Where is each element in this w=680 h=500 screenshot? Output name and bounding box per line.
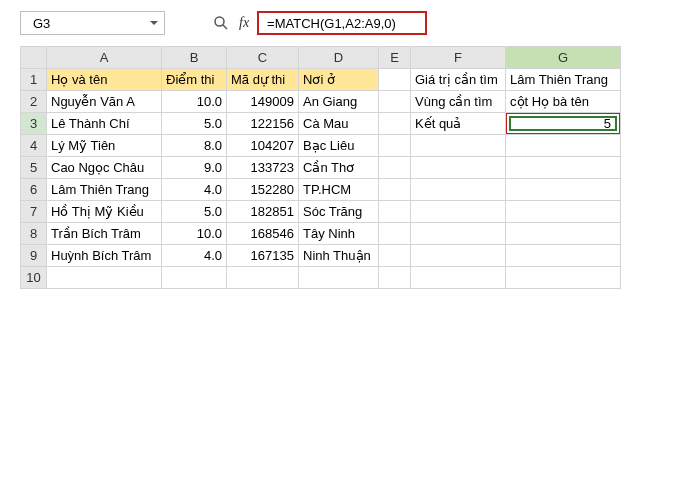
cell-C2[interactable]: 149009 bbox=[227, 91, 299, 113]
cell-D6[interactable]: TP.HCM bbox=[299, 179, 379, 201]
formula-bar-icons: fx bbox=[213, 15, 249, 31]
cell-G2[interactable]: cột Họ bà tên bbox=[506, 91, 621, 113]
cell-E9[interactable] bbox=[379, 245, 411, 267]
row-header-1[interactable]: 1 bbox=[21, 69, 47, 91]
cell-B4[interactable]: 8.0 bbox=[162, 135, 227, 157]
cell-D5[interactable]: Cần Thơ bbox=[299, 157, 379, 179]
app-frame: G3 fx =MATCH(G1,A2:A9,0) A B C D E F G 1… bbox=[0, 0, 680, 299]
row-header-8[interactable]: 8 bbox=[21, 223, 47, 245]
cell-F10[interactable] bbox=[411, 267, 506, 289]
cell-A10[interactable] bbox=[47, 267, 162, 289]
row-header-9[interactable]: 9 bbox=[21, 245, 47, 267]
cell-A8[interactable]: Trần Bích Trâm bbox=[47, 223, 162, 245]
row-header-6[interactable]: 6 bbox=[21, 179, 47, 201]
svg-point-0 bbox=[215, 17, 224, 26]
cell-B8[interactable]: 10.0 bbox=[162, 223, 227, 245]
cell-F2[interactable]: Vùng cần tìm bbox=[411, 91, 506, 113]
cell-A3[interactable]: Lê Thành Chí bbox=[47, 113, 162, 135]
row-header-7[interactable]: 7 bbox=[21, 201, 47, 223]
cell-F5[interactable] bbox=[411, 157, 506, 179]
col-header-F[interactable]: F bbox=[411, 47, 506, 69]
formula-bar-row: G3 fx =MATCH(G1,A2:A9,0) bbox=[20, 10, 670, 36]
cell-D1[interactable]: Nơi ở bbox=[299, 69, 379, 91]
cell-C3[interactable]: 122156 bbox=[227, 113, 299, 135]
col-header-E[interactable]: E bbox=[379, 47, 411, 69]
cell-B10[interactable] bbox=[162, 267, 227, 289]
cell-E6[interactable] bbox=[379, 179, 411, 201]
cell-E2[interactable] bbox=[379, 91, 411, 113]
cell-E7[interactable] bbox=[379, 201, 411, 223]
spreadsheet-grid[interactable]: A B C D E F G 1 Họ và tên Điểm thi Mã dự… bbox=[20, 46, 621, 289]
cell-D4[interactable]: Bạc Liêu bbox=[299, 135, 379, 157]
cell-B2[interactable]: 10.0 bbox=[162, 91, 227, 113]
cell-C4[interactable]: 104207 bbox=[227, 135, 299, 157]
cell-F8[interactable] bbox=[411, 223, 506, 245]
cell-A6[interactable]: Lâm Thiên Trang bbox=[47, 179, 162, 201]
cell-A7[interactable]: Hồ Thị Mỹ Kiều bbox=[47, 201, 162, 223]
cell-F9[interactable] bbox=[411, 245, 506, 267]
row-header-5[interactable]: 5 bbox=[21, 157, 47, 179]
cell-D7[interactable]: Sóc Trăng bbox=[299, 201, 379, 223]
cell-F4[interactable] bbox=[411, 135, 506, 157]
cell-G3[interactable]: 5 bbox=[506, 113, 621, 135]
row-header-2[interactable]: 2 bbox=[21, 91, 47, 113]
col-header-G[interactable]: G bbox=[506, 47, 621, 69]
col-header-D[interactable]: D bbox=[299, 47, 379, 69]
cell-D3[interactable]: Cà Mau bbox=[299, 113, 379, 135]
cell-C1[interactable]: Mã dự thi bbox=[227, 69, 299, 91]
cell-E1[interactable] bbox=[379, 69, 411, 91]
cell-E3[interactable] bbox=[379, 113, 411, 135]
cell-G7[interactable] bbox=[506, 201, 621, 223]
cell-F6[interactable] bbox=[411, 179, 506, 201]
name-box[interactable]: G3 bbox=[20, 11, 165, 35]
cell-G5[interactable] bbox=[506, 157, 621, 179]
cell-C5[interactable]: 133723 bbox=[227, 157, 299, 179]
cell-C9[interactable]: 167135 bbox=[227, 245, 299, 267]
cell-C8[interactable]: 168546 bbox=[227, 223, 299, 245]
cell-G6[interactable] bbox=[506, 179, 621, 201]
cell-D9[interactable]: Ninh Thuận bbox=[299, 245, 379, 267]
cell-B9[interactable]: 4.0 bbox=[162, 245, 227, 267]
cell-G10[interactable] bbox=[506, 267, 621, 289]
cell-G3-value: 5 bbox=[604, 116, 611, 131]
formula-input[interactable]: =MATCH(G1,A2:A9,0) bbox=[257, 11, 427, 35]
cell-B6[interactable]: 4.0 bbox=[162, 179, 227, 201]
chevron-down-icon[interactable] bbox=[150, 21, 158, 25]
cell-A1[interactable]: Họ và tên bbox=[47, 69, 162, 91]
cell-E8[interactable] bbox=[379, 223, 411, 245]
cell-A2[interactable]: Nguyễn Văn A bbox=[47, 91, 162, 113]
cell-E5[interactable] bbox=[379, 157, 411, 179]
cell-F7[interactable] bbox=[411, 201, 506, 223]
cell-C7[interactable]: 182851 bbox=[227, 201, 299, 223]
row-header-4[interactable]: 4 bbox=[21, 135, 47, 157]
cell-B3[interactable]: 5.0 bbox=[162, 113, 227, 135]
cell-C10[interactable] bbox=[227, 267, 299, 289]
row-header-3[interactable]: 3 bbox=[21, 113, 47, 135]
cell-D8[interactable]: Tây Ninh bbox=[299, 223, 379, 245]
cell-B5[interactable]: 9.0 bbox=[162, 157, 227, 179]
cell-E4[interactable] bbox=[379, 135, 411, 157]
cell-B7[interactable]: 5.0 bbox=[162, 201, 227, 223]
cell-D2[interactable]: An Giang bbox=[299, 91, 379, 113]
col-header-C[interactable]: C bbox=[227, 47, 299, 69]
cell-G1[interactable]: Lâm Thiên Trang bbox=[506, 69, 621, 91]
cell-E10[interactable] bbox=[379, 267, 411, 289]
cell-G4[interactable] bbox=[506, 135, 621, 157]
select-all-corner[interactable] bbox=[21, 47, 47, 69]
cell-A4[interactable]: Lý Mỹ Tiên bbox=[47, 135, 162, 157]
col-header-A[interactable]: A bbox=[47, 47, 162, 69]
fx-icon[interactable]: fx bbox=[239, 15, 249, 31]
cell-A9[interactable]: Huỳnh Bích Trâm bbox=[47, 245, 162, 267]
formula-text: =MATCH(G1,A2:A9,0) bbox=[267, 16, 396, 31]
magnifier-icon[interactable] bbox=[213, 15, 229, 31]
cell-B1[interactable]: Điểm thi bbox=[162, 69, 227, 91]
cell-A5[interactable]: Cao Ngọc Châu bbox=[47, 157, 162, 179]
cell-F3[interactable]: Kết quả bbox=[411, 113, 506, 135]
cell-G8[interactable] bbox=[506, 223, 621, 245]
cell-D10[interactable] bbox=[299, 267, 379, 289]
cell-C6[interactable]: 152280 bbox=[227, 179, 299, 201]
cell-F1[interactable]: Giá trị cần tìm bbox=[411, 69, 506, 91]
row-header-10[interactable]: 10 bbox=[21, 267, 47, 289]
cell-G9[interactable] bbox=[506, 245, 621, 267]
col-header-B[interactable]: B bbox=[162, 47, 227, 69]
